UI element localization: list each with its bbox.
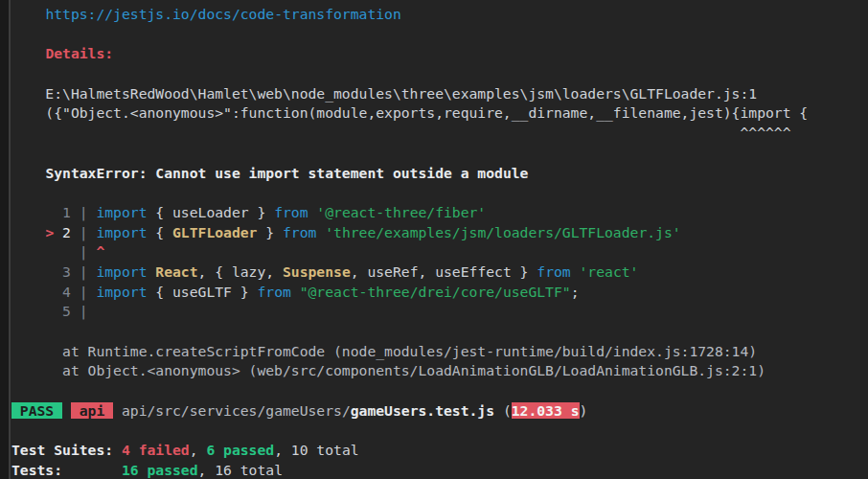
text-token bbox=[571, 263, 580, 280]
text-token: ^^^^^^ bbox=[11, 125, 791, 141]
test-file-dir: api/src/services/gameUsers/ bbox=[122, 402, 351, 419]
text-token: import bbox=[96, 263, 147, 280]
blank-line bbox=[11, 144, 808, 164]
text-token: ({"Object.<anonymous>":function(module,e… bbox=[11, 104, 808, 121]
text-token: GLTFLoader bbox=[172, 224, 257, 240]
stack-trace-line: at Object.<anonymous> (web/src/component… bbox=[11, 361, 808, 381]
terminal-output: https://jestjs.io/docs/code-transformati… bbox=[11, 5, 808, 479]
terminal-panel: https://jestjs.io/docs/code-transformati… bbox=[0, 0, 868, 479]
text-token: SyntaxError: Cannot use import statement… bbox=[45, 165, 528, 181]
error-source-line: ({"Object.<anonymous>":function(module,e… bbox=[11, 103, 808, 124]
text-token: ( bbox=[494, 402, 512, 419]
text-token: 'three/examples/jsm/loaders/GLTFLoader.j… bbox=[325, 224, 680, 240]
error-file-path: E:\HalmetsRedWood\Hamlet\web\node_module… bbox=[11, 84, 808, 104]
text-token: 3 | bbox=[11, 263, 96, 280]
text-token: E:\HalmetsRedWood\Hamlet\web\node_module… bbox=[11, 85, 757, 102]
blank-line bbox=[11, 183, 808, 203]
text-token: 1 | bbox=[11, 204, 96, 220]
text-token: 4 | bbox=[11, 284, 96, 300]
text-token bbox=[62, 402, 71, 419]
suites-passed-count: 6 passed bbox=[206, 442, 274, 458]
text-token bbox=[11, 45, 45, 61]
stack-trace-line: at Runtime.createScriptFromCode (node_mo… bbox=[11, 342, 808, 362]
text-token: "@react-three/drei/core/useGLTF" bbox=[300, 284, 571, 300]
text-token bbox=[11, 6, 45, 22]
code-frame-line-5: 5 | bbox=[11, 302, 808, 322]
code-frame-line-2: > 2 | import { GLTFLoader } from 'three/… bbox=[11, 223, 808, 243]
blank-line bbox=[11, 322, 808, 342]
text-token: from bbox=[283, 224, 316, 240]
text-token: | bbox=[80, 243, 88, 260]
text-token: 'react' bbox=[580, 263, 639, 280]
text-token: , useRef, useEffect } bbox=[351, 263, 537, 280]
test-suites-label: Test Suites: bbox=[11, 442, 122, 458]
blank-line bbox=[11, 381, 808, 401]
blank-line bbox=[11, 421, 808, 441]
text-token: { useGLTF } bbox=[148, 284, 258, 300]
pass-badge: PASS bbox=[11, 402, 62, 419]
project-badge: api bbox=[71, 402, 113, 419]
text-token: { useLoader } bbox=[148, 204, 275, 220]
text-token: ) bbox=[580, 402, 588, 419]
url-line: https://jestjs.io/docs/code-transformati… bbox=[11, 5, 808, 25]
code-frame-marker-line: | ^ bbox=[11, 242, 808, 262]
text-token: 5 | bbox=[11, 303, 88, 319]
text-token bbox=[291, 284, 300, 300]
tests-total-count: , 16 total bbox=[198, 462, 283, 478]
text-token: React bbox=[155, 263, 197, 280]
panel-left-border bbox=[0, 0, 11, 479]
test-suites-summary: Test Suites: 4 failed, 6 passed, 10 tota… bbox=[11, 441, 808, 461]
text-token: from bbox=[257, 284, 290, 300]
caret-marker-line: ^^^^^^ bbox=[11, 124, 808, 144]
text-token: } bbox=[257, 224, 283, 240]
test-file-name: gameUsers.test.js bbox=[351, 402, 494, 419]
test-result-line: PASS api api/src/services/gameUsers/game… bbox=[11, 401, 808, 422]
text-token: | bbox=[71, 224, 97, 240]
text-token: { bbox=[148, 224, 173, 240]
text-token: , bbox=[190, 442, 207, 458]
syntax-error-message: SyntaxError: Cannot use import statement… bbox=[11, 164, 808, 184]
text-token: , { lazy, bbox=[198, 263, 283, 280]
text-token bbox=[11, 243, 80, 260]
text-token: import bbox=[96, 284, 147, 300]
text-token bbox=[11, 224, 45, 240]
blank-line bbox=[11, 25, 808, 45]
suites-failed-count: 4 failed bbox=[122, 442, 190, 458]
suites-total-count: , 10 total bbox=[274, 442, 358, 458]
code-frame-line-1: 1 | import { useLoader } from '@react-th… bbox=[11, 203, 808, 223]
text-token: import bbox=[96, 204, 147, 220]
text-token: at Object.<anonymous> (web/src/component… bbox=[11, 362, 765, 378]
text-token: Suspense bbox=[283, 263, 351, 280]
text-token bbox=[113, 402, 122, 419]
text-token: from bbox=[537, 263, 570, 280]
tests-passed-count: 16 passed bbox=[122, 462, 198, 478]
code-frame-line-3: 3 | import React, { lazy, Suspense, useR… bbox=[11, 262, 808, 283]
text-token: '@react-three/fiber' bbox=[316, 204, 486, 220]
blank-line bbox=[11, 64, 808, 84]
text-token bbox=[11, 165, 45, 181]
slow-time-badge: 12.033 s bbox=[512, 402, 580, 419]
text-token: ^ bbox=[96, 243, 104, 260]
tests-summary: Tests: 16 passed, 16 total bbox=[11, 461, 808, 479]
text-token: import bbox=[96, 224, 147, 240]
tests-label: Tests: bbox=[11, 462, 122, 478]
details-label: Details: bbox=[45, 45, 113, 61]
docs-link[interactable]: https://jestjs.io/docs/code-transformati… bbox=[45, 6, 400, 22]
text-token: 2 bbox=[62, 224, 71, 240]
text-token: from bbox=[274, 204, 308, 220]
details-heading: Details: bbox=[11, 44, 808, 64]
code-frame-line-4: 4 | import { useGLTF } from "@react-thre… bbox=[11, 283, 808, 303]
text-token: > bbox=[45, 224, 62, 240]
text-token: at Runtime.createScriptFromCode (node_mo… bbox=[11, 343, 757, 359]
text-token: ; bbox=[571, 284, 580, 300]
text-token bbox=[316, 224, 325, 240]
